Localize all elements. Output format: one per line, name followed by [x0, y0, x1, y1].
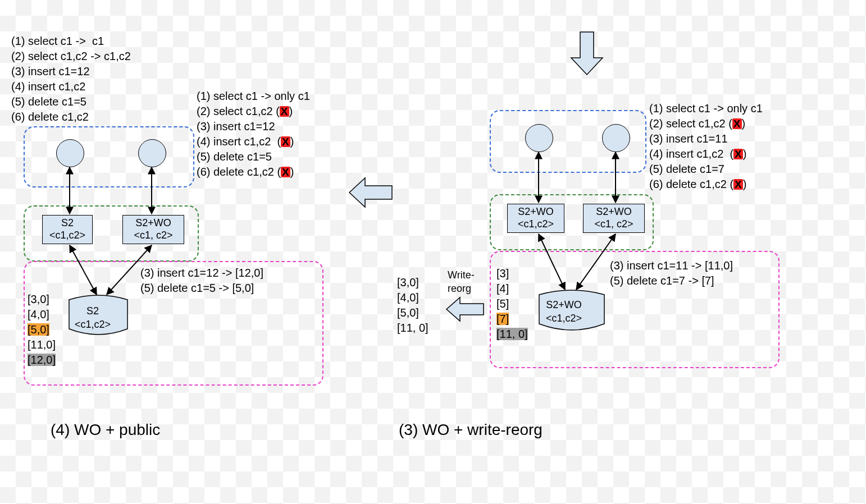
svg-line-7 [576, 234, 616, 290]
arrow-left-icon [445, 296, 485, 322]
right-title: (3) WO + write-reorg [399, 419, 543, 441]
svg-line-6 [539, 234, 565, 290]
arrow-left-icon [348, 177, 393, 208]
right-connectors [0, 0, 786, 393]
arrow-down-icon [570, 31, 604, 76]
left-title: (4) WO + public [51, 419, 160, 441]
